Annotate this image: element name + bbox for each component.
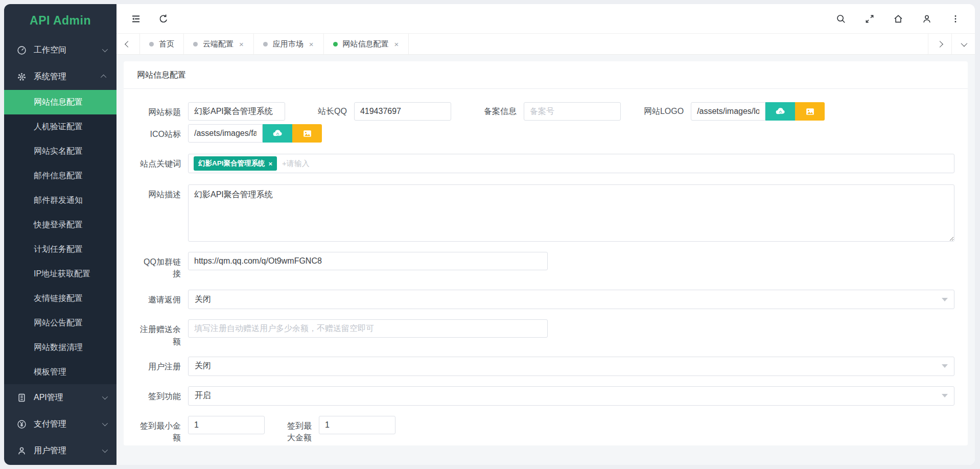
tab-label: 云端配置 [203,39,234,49]
tab-app-market[interactable]: 应用市场 × [254,34,324,54]
form-row-keywords: 站点关键词 幻影API聚合管理系统 × +请输入 [137,154,954,173]
checkin-max-input[interactable] [319,416,395,434]
tab-site-info-config[interactable]: 网站信息配置 × [324,34,409,54]
description-textarea[interactable]: 幻影API聚合管理系统 [188,184,954,242]
ico-preview-button[interactable] [292,124,322,143]
keywords-label: 站点关键词 [137,154,188,170]
qq-group-label: QQ加群链接 [137,252,188,279]
sidebar-item-announcement[interactable]: 网站公告配置 [4,311,116,335]
invite-rebate-label: 邀请返佣 [137,290,188,306]
form-row-qq-group: QQ加群链接 [137,252,954,279]
fullscreen-icon[interactable] [864,13,876,25]
form-row-invite-rebate: 邀请返佣 关闭 [137,290,954,309]
user-register-select[interactable]: 关闭 [188,357,954,376]
user-avatar-icon[interactable] [921,13,933,25]
sidebar-item-mail-info[interactable]: 邮件信息配置 [4,163,116,188]
qq-label: 站长QQ [318,102,347,117]
form-row-ico: ICO站标 [137,124,954,143]
sidebar-item-label: 工作空间 [34,45,102,56]
chevron-down-icon [102,447,108,453]
logo-preview-button[interactable] [795,102,825,121]
tab-close-icon[interactable]: × [309,40,314,48]
sidebar-item-friend-links[interactable]: 友情链接配置 [4,286,116,311]
checkin-min-label: 签到最小金额 [137,416,188,443]
user-register-label: 用户注册 [137,357,188,372]
form-row-checkin: 签到功能 开启 [137,386,954,406]
sidebar-collapse-icon[interactable] [130,13,142,25]
toolbar-right [835,13,962,25]
yen-circle-icon [16,419,27,429]
image-icon [805,106,815,117]
site-title-input[interactable] [188,102,285,121]
tab-close-icon[interactable]: × [239,40,244,48]
ico-path-input[interactable] [188,124,263,143]
sidebar-item-pay[interactable]: 支付管理 [4,411,116,437]
refresh-icon[interactable] [157,13,170,25]
sidebar: API Admin 工作空间 系统管理 网站信息配置 人机验证配置 [4,4,116,465]
main-area: 首页 云端配置 × 应用市场 × 网站信息配置 × [116,4,975,465]
keyword-tag-text: 幻影API聚合管理系统 [198,159,265,168]
caret-down-icon [942,364,948,368]
sidebar-item-site-info[interactable]: 网站信息配置 [4,90,116,114]
invite-rebate-select[interactable]: 关闭 [188,290,954,309]
tab-label: 网站信息配置 [343,39,389,49]
tab-status-dot [149,42,154,46]
chevron-down-icon [961,40,968,46]
sidebar-item-workspace[interactable]: 工作空间 [4,37,116,63]
sidebar-item-label: 用户管理 [34,445,102,456]
more-options-icon[interactable] [949,13,962,25]
chevron-right-icon [937,41,943,48]
tag-close-icon[interactable]: × [269,160,273,168]
qq-input[interactable] [354,102,451,121]
tab-status-dot [193,42,198,46]
sidebar-item-captcha[interactable]: 人机验证配置 [4,114,116,139]
logo-path-input[interactable] [691,102,765,121]
sidebar-item-realname[interactable]: 网站实名配置 [4,139,116,163]
sidebar-item-cron[interactable]: 计划任务配置 [4,237,116,262]
caret-down-icon [942,394,948,397]
search-icon[interactable] [835,13,847,25]
checkin-min-input[interactable] [188,416,265,434]
tabs-scroll-right-button[interactable] [928,34,951,54]
selected-value: 关闭 [195,294,211,305]
logo-upload-group [691,102,825,121]
cloud-upload-icon [272,128,283,139]
qq-group-input[interactable] [188,252,548,270]
sidebar-item-templates[interactable]: 模板管理 [4,360,116,384]
ico-upload-button[interactable] [263,124,292,143]
user-icon [16,445,27,456]
register-bonus-input[interactable] [188,319,548,338]
document-icon [16,392,27,403]
top-toolbar [116,4,975,33]
keywords-input[interactable]: 幻影API聚合管理系统 × +请输入 [188,154,954,173]
beian-input[interactable] [524,102,621,121]
system-submenu: 网站信息配置 人机验证配置 网站实名配置 邮件信息配置 邮件群发通知 快捷登录配… [4,90,116,384]
tab-status-dot [263,42,268,46]
sidebar-item-ip-config[interactable]: IP地址获取配置 [4,262,116,286]
caret-down-icon [942,298,948,301]
sidebar-item-user[interactable]: 用户管理 [4,437,116,464]
beian-label: 备案信息 [484,102,517,117]
sidebar-item-quick-login[interactable]: 快捷登录配置 [4,213,116,237]
chevron-left-icon [125,41,131,48]
tab-close-icon[interactable]: × [394,40,400,48]
tab-home[interactable]: 首页 [140,34,184,54]
ico-label: ICO站标 [137,124,188,140]
sidebar-item-system[interactable]: 系统管理 [4,63,116,90]
sidebar-item-data-clean[interactable]: 网站数据清理 [4,335,116,360]
image-icon [302,128,313,139]
checkin-select[interactable]: 开启 [188,386,954,406]
register-bonus-label: 注册赠送余额 [137,319,188,347]
tabs-scroll-left-button[interactable] [116,34,140,54]
sidebar-item-api[interactable]: API管理 [4,384,116,411]
chevron-down-icon [102,394,108,400]
tabs-menu-button[interactable] [951,34,975,54]
tab-cloud-config[interactable]: 云端配置 × [184,34,254,54]
divider [124,88,968,89]
tab-bar: 首页 云端配置 × 应用市场 × 网站信息配置 × [116,33,975,55]
ico-upload-group [188,124,322,143]
logo-upload-button[interactable] [765,102,795,121]
tab-label: 首页 [159,39,174,49]
home-icon[interactable] [892,13,904,25]
sidebar-item-mail-broadcast[interactable]: 邮件群发通知 [4,188,116,213]
